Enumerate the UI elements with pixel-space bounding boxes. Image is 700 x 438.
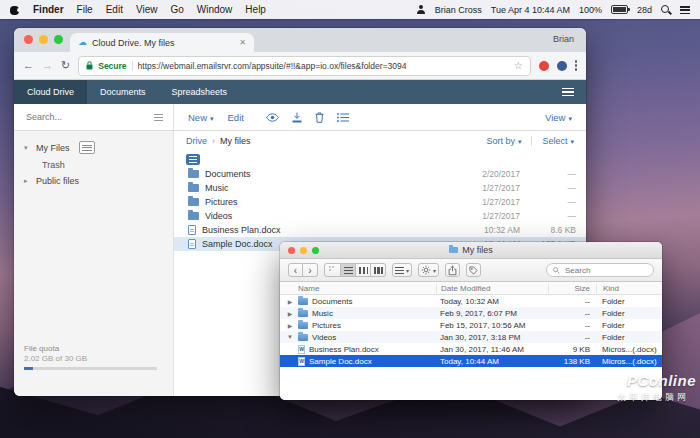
view-dropdown[interactable]: View <box>545 112 572 123</box>
sidebar-item-my-files[interactable]: ▾ My Files <box>14 138 173 157</box>
preview-eye-icon[interactable] <box>266 113 279 122</box>
file-kind: Folder <box>596 333 662 342</box>
menu-help[interactable]: Help <box>245 4 266 15</box>
menu-user-name[interactable]: Brian Cross <box>435 5 482 15</box>
new-button[interactable]: New <box>188 112 214 123</box>
finder-row-sample-doc[interactable]: Sample Doc.docx Today, 10:44 AM 138 KB M… <box>280 355 662 367</box>
file-row-pictures[interactable]: Pictures 1/27/2017 — <box>174 195 586 209</box>
sort-by-dropdown[interactable]: Sort by <box>486 136 521 146</box>
browser-menu-icon[interactable] <box>575 60 577 70</box>
action-gear-icon[interactable]: ▾ <box>418 263 439 277</box>
file-name: Business Plan.docx <box>309 345 379 354</box>
menu-go[interactable]: Go <box>170 4 183 15</box>
file-row-music[interactable]: Music 1/27/2017 — <box>174 181 586 195</box>
search-options-icon[interactable] <box>154 114 163 121</box>
address-bar[interactable]: Secure https://webmail.emailsrvr.com/app… <box>78 56 530 76</box>
file-date: Jan 30, 2017, 11:46 AM <box>436 345 548 354</box>
tags-icon[interactable] <box>466 263 481 277</box>
arrange-dropdown-icon[interactable]: ▾ <box>392 263 412 277</box>
zoom-window-button[interactable] <box>312 247 319 254</box>
finder-row-music[interactable]: ▶ Music Feb 9, 2017, 6:07 PM -- Folder <box>280 307 662 319</box>
tab-spreadsheets[interactable]: Spreadsheets <box>159 80 241 104</box>
select-dropdown[interactable]: Select <box>542 136 574 146</box>
minimize-window-button[interactable] <box>300 247 307 254</box>
tab-close-icon[interactable]: ✕ <box>239 38 246 47</box>
column-view-icon[interactable] <box>356 263 371 277</box>
expand-caret-icon[interactable]: ▾ <box>24 144 31 152</box>
zoom-window-button[interactable] <box>54 35 63 44</box>
forward-icon[interactable]: › <box>303 263 318 277</box>
disclosure-triangle-icon[interactable]: ▶ <box>286 310 294 317</box>
extension-icon-red[interactable] <box>539 61 549 71</box>
folder-view-toggle-icon[interactable] <box>79 141 95 154</box>
menu-view[interactable]: View <box>136 4 158 15</box>
file-row-documents[interactable]: Documents 2/20/2017 — <box>174 167 586 181</box>
finder-row-documents[interactable]: ▶ Documents Today, 10:32 AM -- Folder <box>280 295 662 307</box>
tab-favicon-cloud-icon: ☁ <box>78 38 87 47</box>
finder-row-pictures[interactable]: ▶ Pictures Feb 15, 2017, 10:56 AM -- Fol… <box>280 319 662 331</box>
folder-tree-toggle-icon[interactable] <box>186 154 200 165</box>
menu-window[interactable]: Window <box>197 4 233 15</box>
back-icon[interactable]: ← <box>23 60 34 71</box>
notification-center-icon[interactable] <box>680 6 690 14</box>
tab-cloud-drive[interactable]: Cloud Drive <box>14 80 87 104</box>
reload-icon[interactable]: ↻ <box>61 60 70 71</box>
menu-clock[interactable]: Tue Apr 4 10:44 AM <box>491 5 570 15</box>
view-list-icon[interactable] <box>337 113 349 122</box>
file-row-business-plan[interactable]: Business Plan.docx 10:32 AM 8.6 KB <box>174 223 586 237</box>
finder-row-business-plan[interactable]: Business Plan.docx Jan 30, 2017, 11:46 A… <box>280 343 662 355</box>
tab-documents[interactable]: Documents <box>87 80 159 104</box>
menu-file[interactable]: File <box>77 4 93 15</box>
menu-extra-badge[interactable]: 28d <box>637 5 652 15</box>
spotlight-icon[interactable] <box>661 5 671 15</box>
breadcrumb-drive-link[interactable]: Drive <box>186 136 207 146</box>
column-header-size[interactable]: Size <box>548 284 596 293</box>
share-icon[interactable] <box>445 263 460 277</box>
finder-title-bar[interactable]: My files <box>280 242 662 259</box>
delete-trash-icon[interactable] <box>315 112 324 123</box>
forward-icon[interactable]: → <box>42 60 53 71</box>
download-icon[interactable] <box>292 112 302 123</box>
list-view-icon[interactable] <box>341 263 356 277</box>
file-row-videos[interactable]: Videos 1/27/2017 — <box>174 209 586 223</box>
coverflow-view-icon[interactable] <box>371 263 386 277</box>
battery-icon[interactable] <box>611 5 628 14</box>
webapp-search-input[interactable] <box>24 111 149 123</box>
minimize-window-button[interactable] <box>39 35 48 44</box>
menu-edit[interactable]: Edit <box>106 4 123 15</box>
close-window-button[interactable] <box>288 247 295 254</box>
apple-icon[interactable] <box>10 4 20 15</box>
disclosure-triangle-icon[interactable]: ▼ <box>286 334 294 340</box>
icon-view-icon[interactable] <box>324 263 341 277</box>
bookmark-star-icon[interactable]: ☆ <box>514 60 523 71</box>
url-text[interactable]: https://webmail.emailsrvr.com/appsuite/#… <box>138 61 509 71</box>
close-window-button[interactable] <box>24 35 33 44</box>
collapse-caret-icon[interactable]: ▸ <box>24 177 31 185</box>
browser-tab[interactable]: ☁ Cloud Drive. My files ✕ <box>70 33 254 52</box>
extension-icon-blue[interactable] <box>557 61 567 71</box>
user-switch-icon[interactable] <box>417 5 426 14</box>
sidebar-item-trash[interactable]: Trash <box>14 157 173 173</box>
finder-search-input[interactable] <box>563 265 647 276</box>
file-name: Pictures <box>312 321 341 330</box>
finder-row-videos[interactable]: ▼ Videos Jan 30, 2017, 3:18 PM -- Folder <box>280 331 662 343</box>
browser-tab-strip[interactable]: ☁ Cloud Drive. My files ✕ Brian <box>14 28 586 52</box>
sidebar-item-public-files[interactable]: ▸ Public files <box>14 173 173 189</box>
file-size: — <box>520 183 576 193</box>
tab-spreadsheets-label: Spreadsheets <box>172 87 228 97</box>
browser-profile-name[interactable]: Brian <box>553 34 574 44</box>
menu-finder[interactable]: Finder <box>33 4 64 15</box>
column-header-kind[interactable]: Kind <box>596 284 662 293</box>
edit-button[interactable]: Edit <box>228 112 244 123</box>
disclosure-triangle-icon[interactable]: ▶ <box>286 298 294 305</box>
webapp-menu-icon[interactable] <box>550 80 586 104</box>
finder-toolbar: ‹ › ▾ ▾ <box>280 259 662 282</box>
disclosure-triangle-icon[interactable]: ▶ <box>286 322 294 329</box>
column-header-name[interactable]: Name <box>280 284 436 293</box>
back-icon[interactable]: ‹ <box>288 263 303 277</box>
sidebar-trash-label: Trash <box>42 160 65 170</box>
finder-empty-area[interactable] <box>280 367 662 400</box>
column-header-date-modified[interactable]: Date Modified <box>436 284 548 293</box>
search-icon <box>553 267 560 274</box>
finder-search-field[interactable] <box>546 263 654 277</box>
